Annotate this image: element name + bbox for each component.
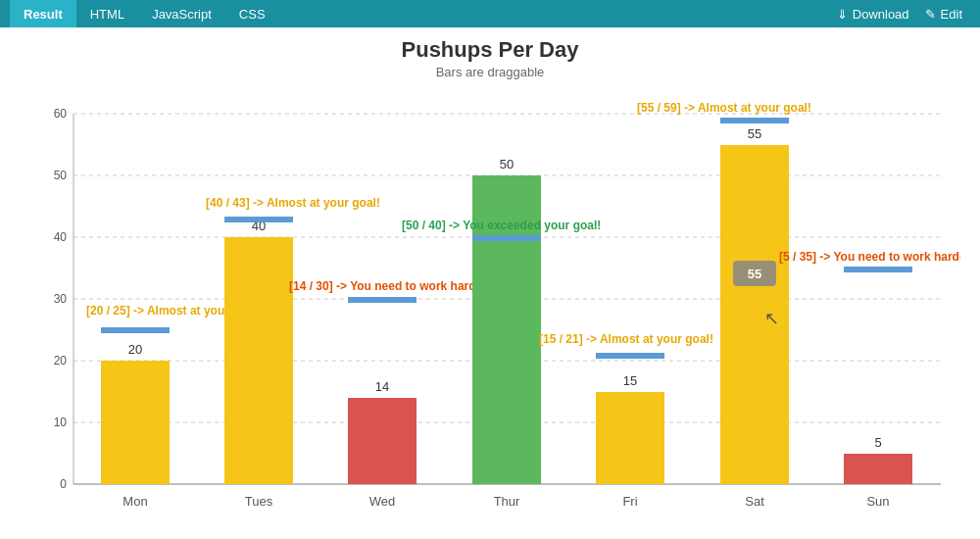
download-label: Download (853, 7, 909, 22)
chart-container: Pushups Per Day Bars are draggable 60 50… (0, 27, 980, 539)
edit-button[interactable]: ✎ Edit (917, 7, 970, 22)
edit-label: Edit (941, 7, 962, 22)
goal-handle-sun[interactable] (844, 267, 912, 272)
xlabel-tues: Tues (245, 494, 273, 509)
xlabel-sat: Sat (745, 494, 764, 509)
download-icon: ⇓ (837, 7, 848, 22)
goal-handle-tues[interactable] (224, 217, 293, 222)
tab-result[interactable]: Result (10, 0, 76, 27)
value-sun: 5 (874, 435, 881, 450)
annotation-wed: [14 / 30] -> You need to work harder! (289, 279, 491, 293)
bar-mon[interactable] (101, 361, 170, 484)
xlabel-thur: Thur (494, 494, 520, 509)
topnav: Result HTML JavaScript CSS ⇓ Download ✎ … (0, 0, 980, 27)
value-mon: 20 (128, 342, 142, 357)
chart-title: Pushups Per Day (20, 37, 960, 63)
xlabel-wed: Wed (369, 494, 396, 509)
goal-handle-sat[interactable] (720, 118, 789, 123)
download-button[interactable]: ⇓ Download (829, 7, 917, 22)
y-label-10: 10 (54, 416, 68, 429)
value-sat: 55 (748, 126, 761, 141)
tab-javascript[interactable]: JavaScript (138, 0, 225, 27)
bar-wed[interactable] (348, 398, 416, 484)
y-label-60: 60 (54, 107, 68, 121)
chart-subtitle: Bars are draggable (20, 65, 960, 79)
tab-html[interactable]: HTML (76, 0, 138, 27)
goal-handle-thur[interactable] (472, 235, 541, 241)
annotation-sun: [5 / 35] -> You need to work harder! (779, 250, 960, 264)
value-thur: 50 (500, 157, 514, 172)
xlabel-sun: Sun (866, 494, 889, 509)
y-label-20: 20 (54, 354, 68, 368)
chart-svg: 60 50 40 30 20 10 0 20 (20, 89, 960, 530)
y-label-40: 40 (54, 230, 68, 244)
cursor-icon: ↖ (764, 309, 779, 328)
y-label-50: 50 (54, 169, 68, 182)
y-label-30: 30 (54, 292, 68, 306)
y-label-0: 0 (60, 477, 67, 491)
edit-icon: ✎ (925, 7, 936, 22)
xlabel-fri: Fri (622, 494, 637, 509)
annotation-fri: [15 / 21] -> Almost at your goal! (539, 332, 713, 346)
bar-sun[interactable] (844, 454, 912, 484)
bar-tues[interactable] (224, 237, 293, 484)
value-wed: 14 (375, 379, 389, 394)
tooltip-text-sat: 55 (748, 267, 761, 281)
goal-handle-mon[interactable] (101, 327, 170, 333)
tab-css[interactable]: CSS (225, 0, 279, 27)
annotation-tues: [40 / 43] -> Almost at your goal! (206, 196, 380, 210)
bar-fri[interactable] (596, 392, 664, 484)
annotation-thur: [50 / 40] -> You exceeded your goal! (402, 219, 601, 232)
xlabel-mon: Mon (122, 494, 147, 509)
goal-handle-fri[interactable] (596, 353, 664, 359)
annotation-sat: [55 / 59] -> Almost at your goal! (637, 101, 811, 115)
goal-handle-wed[interactable] (348, 297, 416, 303)
value-fri: 15 (623, 373, 637, 388)
chart-area: 60 50 40 30 20 10 0 20 (20, 89, 960, 530)
